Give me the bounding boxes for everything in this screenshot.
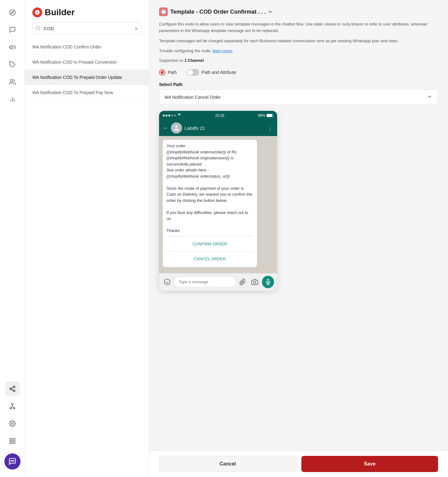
left-panel: Builder ✕ WA Notification COD Confirm Or… (25, 0, 149, 477)
save-button[interactable]: Save (301, 456, 438, 472)
svg-rect-12 (11, 404, 13, 405)
sidebar-icon-chart[interactable] (5, 92, 20, 107)
search-icon (35, 25, 40, 32)
status-left (163, 113, 181, 118)
status-dots (163, 115, 176, 116)
svg-rect-19 (10, 438, 11, 440)
path-radio-circle[interactable] (159, 69, 165, 75)
chat-input-bar (159, 273, 277, 291)
dot-1 (163, 115, 165, 116)
svg-point-29 (175, 125, 177, 128)
svg-line-27 (39, 29, 40, 30)
sidebar-icon-share[interactable] (5, 381, 20, 396)
phone-chat-header: ← Labdhi 21 ⋮ (159, 120, 277, 136)
svg-point-0 (9, 10, 15, 15)
button-divider-2 (167, 251, 253, 252)
support-button[interactable] (4, 453, 21, 470)
path-attr-toggle[interactable] (187, 69, 199, 76)
chat-input[interactable] (174, 277, 235, 287)
more-options-icon[interactable]: ⋮ (267, 124, 273, 132)
search-input[interactable] (32, 22, 141, 34)
list-items: WA Notification COD Confirm Order WA Not… (25, 39, 149, 100)
builder-title-text: Builder (45, 7, 75, 17)
phone-status-bar: 15:18 98% (159, 111, 277, 120)
svg-point-9 (13, 390, 15, 392)
contact-name: Labdhi 21 (185, 125, 265, 131)
sidebar-icon-store[interactable] (5, 57, 20, 72)
template-icon: 🕐 (159, 7, 168, 16)
svg-point-3 (10, 80, 12, 82)
sidebar-icon-navigate[interactable] (5, 5, 20, 20)
difficulties-text: If you face any difficulties, please rea… (167, 210, 253, 222)
template-description-2: Template messages will be charged separa… (159, 38, 438, 44)
dot-3 (168, 115, 170, 116)
list-item-3[interactable]: WA Notification COD To Prepaid Pay Now (25, 85, 149, 100)
svg-rect-21 (10, 442, 11, 443)
list-item-1[interactable]: WA Notification COD to Prepaid Conversio… (25, 55, 149, 70)
svg-rect-22 (13, 442, 15, 443)
status-time: 15:18 (215, 113, 224, 118)
phone-mockup: 15:18 98% ← Labdhi 21 ⋮ (159, 111, 277, 291)
button-divider-1 (167, 236, 253, 237)
panel-header: Builder (25, 0, 149, 22)
right-panel: 🕐 Template - COD Order Confirmat . . . ✏… (149, 0, 448, 477)
svg-point-33 (254, 281, 256, 283)
template-message-text: Your order {{shopifyWebhook.ordernumber}… (167, 143, 253, 179)
avatar (171, 122, 182, 134)
camera-icon[interactable] (250, 277, 259, 287)
template-description-1: Configure this node to allow users to vi… (159, 21, 438, 34)
confirm-order-button[interactable]: CONFIRM ORDER (167, 239, 253, 249)
attachment-icon[interactable] (238, 277, 247, 287)
battery-percent: 98% (258, 113, 265, 118)
sidebar (0, 0, 25, 477)
svg-line-11 (11, 387, 13, 388)
select-path-dropdown[interactable]: WA Notification Cancel Order (159, 89, 438, 105)
select-path-value: WA Notification Cancel Order (164, 95, 221, 100)
dropdown-chevron-icon (427, 93, 433, 101)
right-content: 🕐 Template - COD Order Confirmat . . . ✏… (149, 0, 448, 451)
template-title: Template - COD Order Confirmat . . . (170, 9, 266, 15)
path-radio-label: Path (168, 70, 177, 75)
cancel-order-button[interactable]: CANCEL ORDER (167, 254, 253, 264)
list-item-2[interactable]: WA Notification COD To Prepaid Order Upd… (25, 70, 149, 85)
builder-logo (32, 7, 42, 17)
builder-title-container: Builder (32, 7, 141, 17)
cod-message-text: Since the mode of payment of your order … (167, 185, 253, 204)
supported-channels: Supported on 1 Channel (159, 58, 438, 63)
emoji-icon[interactable] (162, 277, 172, 287)
footer-buttons: Cancel Save (149, 451, 448, 477)
cancel-button[interactable]: Cancel (159, 456, 296, 472)
thanks-text: Thanks (167, 228, 253, 234)
svg-point-30 (164, 279, 170, 285)
search-container: ✕ (32, 22, 141, 34)
path-attr-label: Path and Attribute (202, 70, 236, 75)
svg-point-23 (12, 461, 12, 461)
sidebar-icon-sitemap[interactable] (5, 399, 20, 414)
toggle-knob (187, 70, 193, 75)
sidebar-icon-users[interactable] (5, 75, 20, 89)
dot-4 (171, 115, 173, 116)
chat-area: Your order {{shopifyWebhook.ordernumber}… (159, 136, 277, 273)
path-and-attr-option[interactable]: Path and Attribute (187, 69, 236, 76)
svg-point-24 (11, 461, 11, 461)
template-trouble-text: Trouble configuring the node, learn more… (159, 48, 438, 54)
battery-fill (267, 114, 272, 117)
sidebar-icon-chat[interactable] (5, 22, 20, 37)
sidebar-icon-grid[interactable] (5, 434, 20, 448)
svg-rect-20 (13, 438, 15, 440)
dot-5 (174, 115, 176, 116)
select-path-label: Select Path (159, 82, 438, 87)
path-radio-option[interactable]: Path (159, 69, 177, 75)
sidebar-icon-megaphone[interactable] (5, 40, 20, 55)
svg-line-10 (11, 389, 13, 390)
sidebar-icon-settings[interactable] (5, 416, 20, 431)
microphone-icon[interactable] (262, 276, 274, 288)
learn-more-link[interactable]: learn more. (213, 48, 233, 53)
list-item-0[interactable]: WA Notification COD Confirm Order (25, 39, 149, 55)
svg-point-26 (36, 26, 39, 30)
back-arrow-icon[interactable]: ← (163, 125, 168, 131)
search-clear-icon[interactable]: ✕ (134, 25, 138, 31)
edit-icon[interactable]: ✏ (268, 9, 272, 15)
path-options: Path Path and Attribute (159, 69, 438, 76)
svg-point-8 (10, 388, 11, 390)
